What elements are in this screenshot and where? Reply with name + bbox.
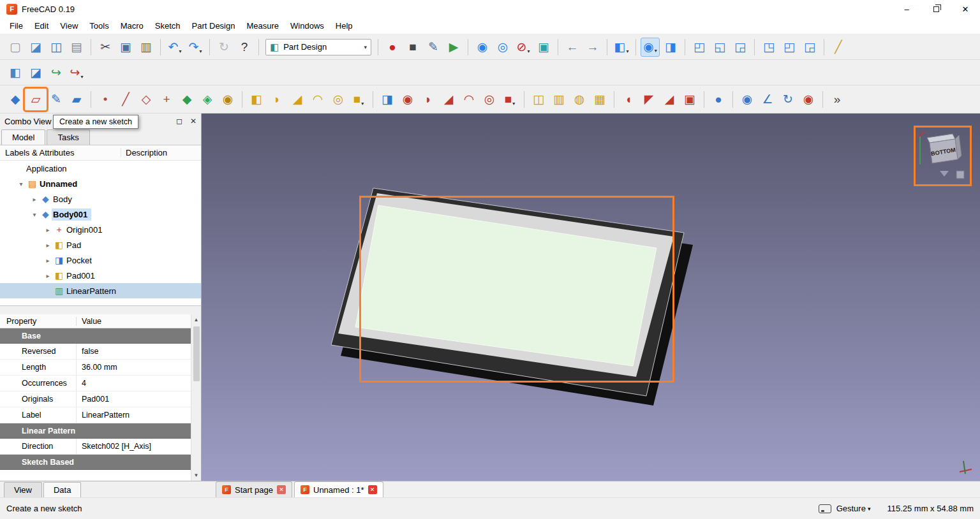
- linear-pattern-icon[interactable]: ▥: [549, 90, 568, 109]
- additive-primitive-icon[interactable]: ■▾: [349, 90, 368, 109]
- additive-pipe-icon[interactable]: ◠: [308, 90, 327, 109]
- float-panel-button[interactable]: ◻: [176, 117, 182, 126]
- menu-windows[interactable]: Windows: [285, 18, 330, 33]
- dropdown-caret-icon[interactable]: ▾: [179, 48, 181, 57]
- tab-view[interactable]: View: [4, 482, 42, 497]
- measure-clear-icon[interactable]: ◉: [799, 90, 818, 109]
- tree-column-description[interactable]: Description: [121, 148, 167, 157]
- revolution-icon[interactable]: ◗: [267, 90, 286, 109]
- expander-icon[interactable]: ▸: [43, 226, 53, 233]
- expander-icon[interactable]: ▸: [43, 272, 53, 279]
- macro-stop-icon[interactable]: ■: [403, 38, 422, 57]
- whats-this-icon[interactable]: ?: [235, 38, 254, 57]
- fillet-icon[interactable]: ◖: [619, 90, 638, 109]
- dropdown-caret-icon[interactable]: ▾: [655, 48, 657, 56]
- tree-item-pad001[interactable]: ▸◧Pad001: [0, 268, 201, 283]
- tree-column-labels[interactable]: Labels & Attributes: [0, 148, 121, 157]
- bounding-box-icon[interactable]: ▣: [534, 38, 553, 57]
- nav-back-icon[interactable]: ←: [563, 38, 582, 57]
- additive-helix-icon[interactable]: ◎: [329, 90, 348, 109]
- macro-record-icon[interactable]: ●: [383, 38, 402, 57]
- refresh-icon[interactable]: ↻: [214, 38, 234, 57]
- nav-arrow-down-icon[interactable]: [940, 171, 949, 177]
- tab-tasks[interactable]: Tasks: [47, 129, 89, 145]
- view-bottom-icon[interactable]: ◰: [780, 38, 799, 57]
- save-icon[interactable]: ◫: [47, 38, 66, 57]
- expander-icon[interactable]: ▸: [43, 257, 53, 264]
- sub-shape-binder-icon[interactable]: ◈: [198, 90, 217, 109]
- scroll-down-icon[interactable]: ▼: [194, 470, 199, 481]
- view-front-icon[interactable]: ◰: [690, 38, 709, 57]
- nav-forward-icon[interactable]: →: [583, 38, 602, 57]
- dropdown-caret-icon[interactable]: ▾: [361, 101, 364, 109]
- create-sketch-icon[interactable]: ▱: [26, 90, 45, 109]
- property-group-sketch-based[interactable]: Sketch Based: [0, 455, 201, 470]
- hole-icon[interactable]: ◉: [398, 90, 417, 109]
- zoom-tool-icon[interactable]: ◉▾: [641, 38, 660, 57]
- property-group-linear-pattern[interactable]: Linear Pattern: [0, 423, 201, 439]
- dropdown-caret-icon[interactable]: ▾: [199, 48, 202, 57]
- pocket-icon[interactable]: ◨: [378, 90, 397, 109]
- nav-style-selector[interactable]: Gesture ▾: [836, 504, 871, 513]
- restore-button[interactable]: [921, 0, 951, 18]
- tab-unnamed-1[interactable]: FUnnamed : 1*✕: [294, 481, 383, 497]
- pad-icon[interactable]: ◧: [247, 90, 266, 109]
- property-value[interactable]: 36.00 mm: [77, 363, 117, 372]
- cut-icon[interactable]: ✂: [96, 38, 115, 57]
- macro-play-icon[interactable]: ▶: [444, 38, 463, 57]
- new-file-icon[interactable]: ▢: [6, 38, 25, 57]
- tab-model[interactable]: Model: [1, 129, 45, 145]
- multitransform-icon[interactable]: ▦: [590, 90, 609, 109]
- macro-edit-icon[interactable]: ✎: [424, 38, 443, 57]
- property-value[interactable]: Sketch002 [H_Axis]: [77, 442, 151, 451]
- polar-pattern-icon[interactable]: ◍: [570, 90, 589, 109]
- subtractive-primitive-icon[interactable]: ■▾: [500, 90, 519, 109]
- dropdown-caret-icon[interactable]: ▾: [80, 74, 83, 82]
- subtractive-pipe-icon[interactable]: ◠: [459, 90, 479, 109]
- tree-item-linearpattern[interactable]: ▥LinearPattern: [0, 283, 201, 298]
- nav-mini-cube-icon[interactable]: [956, 171, 964, 179]
- view-top-icon[interactable]: ◱: [710, 38, 729, 57]
- tree-item-pocket[interactable]: ▸◨Pocket: [0, 252, 201, 268]
- close-tab-button[interactable]: ✕: [277, 485, 286, 494]
- menu-tools[interactable]: Tools: [84, 18, 114, 33]
- expander-icon[interactable]: ▸: [43, 242, 53, 249]
- property-group-base[interactable]: Base: [0, 328, 201, 344]
- 3d-viewport[interactable]: BOTTOM: [202, 113, 980, 481]
- local-cs-icon[interactable]: +: [157, 90, 176, 109]
- make-sub-link-icon[interactable]: ↪▾: [67, 63, 86, 82]
- expander-icon[interactable]: ▾: [29, 211, 40, 218]
- datum-point-icon[interactable]: •: [96, 90, 115, 109]
- make-link-icon[interactable]: ↪: [47, 63, 66, 82]
- tree-item-body001[interactable]: ▾◆Body001: [0, 207, 201, 222]
- datum-line-icon[interactable]: ╱: [116, 90, 135, 109]
- view-right-icon[interactable]: ◲: [731, 38, 750, 57]
- tree-item-origin001[interactable]: ▸+Origin001: [0, 222, 201, 237]
- datum-plane-icon[interactable]: ◇: [137, 90, 156, 109]
- paste-icon[interactable]: ▥: [137, 38, 156, 57]
- groove-icon[interactable]: ◗: [419, 90, 438, 109]
- scrollbar-thumb[interactable]: [193, 326, 200, 381]
- property-scrollbar[interactable]: ▲ ▼: [191, 314, 201, 481]
- redo-icon[interactable]: ↷▾: [186, 38, 205, 57]
- measure-distance-icon[interactable]: ╱: [829, 38, 848, 57]
- draft-icon[interactable]: ◢: [660, 90, 679, 109]
- print-icon[interactable]: ▤: [67, 38, 86, 57]
- tab-data[interactable]: Data: [43, 482, 81, 497]
- map-sketch-icon[interactable]: ▰: [67, 90, 86, 109]
- property-value[interactable]: false: [77, 347, 98, 356]
- menu-sketch[interactable]: Sketch: [149, 18, 186, 33]
- close-panel-button[interactable]: ✕: [190, 117, 197, 126]
- edit-sketch-icon[interactable]: ✎: [47, 90, 66, 109]
- menu-edit[interactable]: Edit: [29, 18, 54, 33]
- measure-linear-icon[interactable]: ◉: [738, 90, 757, 109]
- dropdown-caret-icon[interactable]: ▾: [527, 48, 530, 57]
- menu-help[interactable]: Help: [330, 18, 359, 33]
- workbench-selector[interactable]: ◧Part Design▾: [265, 39, 371, 55]
- create-body-icon[interactable]: ◆: [6, 90, 25, 109]
- toolbar-overflow[interactable]: »: [828, 90, 847, 109]
- dropdown-caret-icon[interactable]: ▾: [626, 48, 628, 57]
- navigation-cube[interactable]: BOTTOM: [916, 128, 970, 184]
- clone-icon[interactable]: ◉: [218, 90, 237, 109]
- chamfer-icon[interactable]: ◤: [639, 90, 658, 109]
